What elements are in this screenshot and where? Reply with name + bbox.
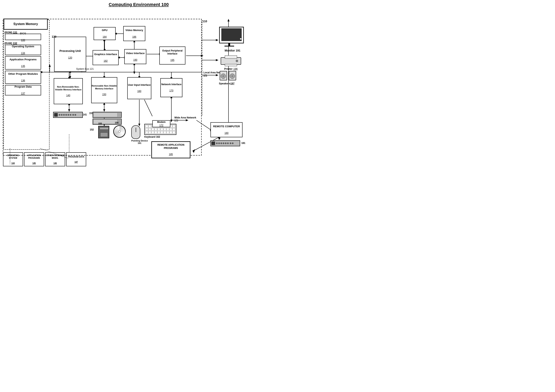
net-iface-box: Network Interface 170 xyxy=(160,78,183,97)
svg-line-54 xyxy=(197,120,211,130)
floppy-icon: 155 xyxy=(98,126,109,138)
svg-marker-29 xyxy=(133,72,135,74)
monitor-icon xyxy=(219,26,247,48)
svg-marker-42 xyxy=(103,109,105,112)
speakers-icon xyxy=(219,70,239,81)
printer-area: Printer 196 xyxy=(219,55,243,70)
storage-app: APPLICATION PROGRAMS 145 xyxy=(24,152,44,166)
svg-rect-84 xyxy=(225,64,237,66)
svg-marker-50 xyxy=(170,120,172,122)
app-programs-box: Application Programs135 xyxy=(5,56,41,70)
svg-marker-33 xyxy=(216,39,219,41)
wan-label: Wide Area Network 173 xyxy=(174,116,196,122)
svg-rect-80 xyxy=(225,46,234,46)
graphics-iface-box: Graphics Interface 182 xyxy=(93,50,119,65)
removable-drive-icon xyxy=(93,112,122,118)
svg-line-48 xyxy=(144,100,152,116)
bios-box: BIOS 133 xyxy=(5,34,41,40)
printer-icon xyxy=(219,55,243,66)
hdd-icon: 141 xyxy=(53,112,83,118)
sys-bus-label: System Bus 121 xyxy=(76,67,94,70)
monitor-label: Monitor 191 xyxy=(219,49,247,52)
label-130: 130 xyxy=(52,35,56,38)
video-mem-box: Video Memory 186 xyxy=(123,26,145,41)
user-input-box: User Input Interface 160 xyxy=(127,77,151,99)
rnv-mem-box: Removable Non-Volatile Memory Interface … xyxy=(91,77,117,103)
svg-marker-39 xyxy=(68,109,70,112)
monitor-area: Monitor 191 xyxy=(219,26,247,52)
storage-opm: OTHER PROGRAM MODS. 146 xyxy=(45,152,65,166)
svg-marker-61 xyxy=(192,149,195,153)
svg-rect-78 xyxy=(221,29,241,41)
nrnv-mem-box: Non-Removable Non-Volatile Memory Interf… xyxy=(54,78,83,104)
storage-pd: PROGRAM DATA 147 xyxy=(66,152,86,166)
storage-os: OPERATING SYSTEM 144 xyxy=(3,152,23,166)
video-iface-box: Video Interface 190 xyxy=(124,49,146,64)
printer-label: Printer 196 xyxy=(219,67,243,70)
rc-hdd-icon: 181 xyxy=(211,140,240,146)
page-title: Computing Environment 100 xyxy=(0,0,278,7)
gpu-box: GPU 184 xyxy=(94,27,116,40)
svg-marker-27 xyxy=(201,55,204,57)
svg-rect-79 xyxy=(228,43,230,46)
svg-marker-4 xyxy=(49,64,51,67)
processing-unit-box: Processing Unit 120 xyxy=(54,37,86,72)
prog-data-box: Program Data 137 xyxy=(5,85,41,95)
svg-rect-83 xyxy=(225,56,237,58)
label-152: 152 xyxy=(90,128,94,131)
ram-label: (RAM) 132 xyxy=(4,42,17,45)
system-memory-label: System Memory xyxy=(4,19,48,30)
output-periph-box: Output Peripheral Interface 195 xyxy=(159,46,185,65)
svg-point-91 xyxy=(231,75,233,77)
modem-box: Modem 172 xyxy=(152,120,170,127)
rom-label: (ROM) 131 xyxy=(4,31,17,34)
remote-computer-box: REMOTE COMPUTER 180 xyxy=(211,122,242,137)
label-110: 110 xyxy=(202,20,207,23)
rap-box: REMOTE APPLICATION PROGRAMS 185 xyxy=(151,141,190,158)
os-box: Operating System 134 xyxy=(5,45,41,55)
svg-point-85 xyxy=(236,60,238,62)
svg-marker-59 xyxy=(227,19,229,22)
other-pm-box: Other Program Modules136 xyxy=(5,71,41,84)
storage-boxes-row: OPERATING SYSTEM 144 APPLICATION PROGRAM… xyxy=(3,152,86,166)
cd-icon: 156 xyxy=(113,125,126,138)
diagram-container: Computing Environment 100 xyxy=(0,0,278,196)
svg-marker-35 xyxy=(216,59,219,61)
speakers-area: Speakers197 xyxy=(219,70,239,85)
svg-point-88 xyxy=(222,75,224,77)
svg-rect-81 xyxy=(240,38,241,40)
speakers-label: Speakers197 xyxy=(219,82,239,85)
